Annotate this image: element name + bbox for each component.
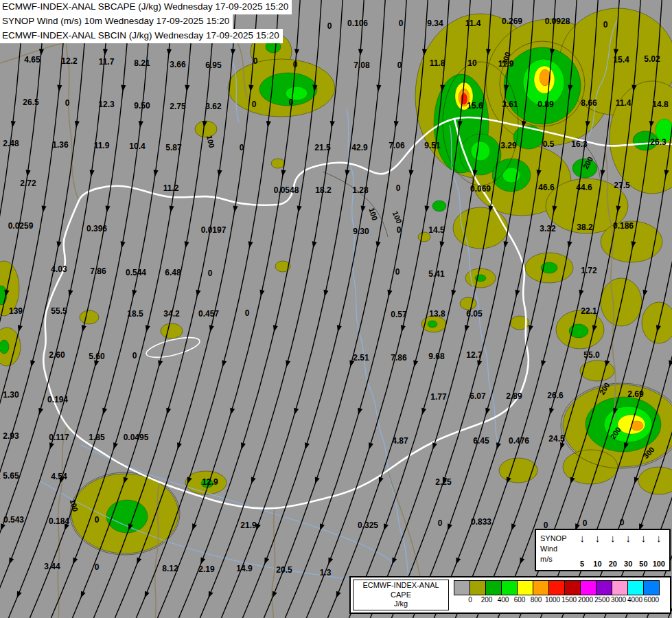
cape-colorbar: 0200400600800100015002000250030004000600… — [451, 577, 671, 613]
map-value: 0 — [620, 518, 625, 527]
title-line-sbcape: ECMWF-INDEX-ANAL SBCAPE (J/kg) Wednesday… — [0, 0, 292, 14]
cape-tick-label: 2000 — [577, 596, 594, 604]
map-value: 0.89 — [537, 100, 554, 109]
map-value: 0.186 — [613, 221, 634, 231]
map-value: 12.9 — [202, 477, 218, 487]
map-value: 0 — [253, 56, 258, 66]
map-value: 8.66 — [581, 98, 597, 108]
map-value: 0.194 — [47, 395, 68, 404]
map-value: 11.8 — [430, 58, 445, 68]
cape-tick-label: 1500 — [561, 596, 577, 604]
map-value: 3.44 — [44, 562, 60, 571]
map-value: 2.60 — [49, 350, 65, 360]
cape-color-cell — [596, 580, 612, 595]
map-value: 0.457 — [198, 309, 219, 319]
map-value: 0.543 — [3, 515, 24, 525]
map-value: 0.269 — [502, 16, 522, 26]
map-value: 5.87 — [165, 143, 182, 152]
map-value: 6.05 — [466, 309, 483, 319]
cape-tick-label: 2500 — [594, 596, 610, 604]
map-value: 0 — [399, 19, 404, 28]
map-value: 5.02 — [644, 54, 660, 64]
map-value: 21.5 — [314, 143, 331, 152]
map-value: 0.0197 — [201, 225, 227, 235]
map-value: 38.2 — [577, 222, 593, 232]
map-value: 4.87 — [392, 436, 408, 446]
map-value: 2.19 — [198, 564, 215, 574]
cape-colorbar-cells — [454, 580, 668, 595]
map-value: 11.9 — [94, 141, 110, 150]
map-value: 1.30 — [3, 390, 19, 400]
wind-speed-value: 50 — [636, 560, 651, 568]
wind-speed-arrow-icon: ↓ — [621, 533, 636, 543]
map-value: 7.06 — [389, 141, 405, 150]
map-value: 0.0548 — [274, 185, 299, 195]
cape-tick-label: 400 — [495, 596, 511, 604]
map-value: 34.2 — [163, 309, 180, 319]
map-value: 9.50 — [134, 101, 150, 111]
wind-speed-row: 510203050100 — [575, 560, 667, 568]
map-value: 42.9 — [351, 143, 368, 152]
map-value: 0.069 — [470, 184, 491, 194]
cape-tick-label: 600 — [511, 596, 528, 604]
map-value: 0 — [396, 183, 401, 193]
map-value: 26.3 — [650, 137, 667, 147]
cape-color-cell — [548, 580, 565, 595]
map-value: 0 — [438, 518, 443, 528]
title-line-wind: SYNOP Wind (m/s) 10m Wednesday 17-09-202… — [0, 14, 233, 29]
cape-color-cell — [643, 580, 660, 595]
cape-legend-unit: J/kg — [394, 599, 408, 609]
map-value: 0 — [95, 562, 100, 572]
map-value: 0 — [245, 308, 250, 318]
map-value: 1.36 — [52, 140, 69, 150]
cape-legend: ECMWF-INDEX-ANAL CAPE J/kg 0200400600800… — [349, 576, 671, 614]
map-value: 6.95 — [205, 60, 222, 70]
title-line-sbcin: ECMWF-INDEX-ANAL SBCIN (J/kg) Wednesday … — [0, 29, 283, 43]
wind-legend: SYNOP Wind m/s ↓↓↓↓↓↓ 510203050100 — [535, 529, 671, 571]
map-value: 3.61 — [502, 100, 518, 109]
cape-color-cell — [533, 580, 549, 595]
map-value: 0.5 — [543, 139, 555, 149]
map-value: 21.9 — [240, 520, 257, 530]
map-value: 2.72 — [20, 179, 36, 188]
map-value: 0 — [397, 225, 402, 235]
map-value: 26.5 — [23, 98, 39, 107]
cape-legend-subtitle: CAPE — [391, 591, 411, 600]
map-value: 1.28 — [352, 185, 369, 195]
map-value: 0.0495 — [124, 433, 149, 442]
cape-legend-title-box: ECMWF-INDEX-ANAL CAPE J/kg — [353, 580, 449, 610]
wind-legend-title: SYNOP — [540, 534, 575, 544]
map-value: 14.8 — [652, 100, 669, 109]
map-value: 14.5 — [428, 225, 445, 235]
cape-tick-label: 3000 — [610, 596, 627, 604]
map-value: 7.86 — [90, 266, 106, 276]
wind-legend-unit: m/s — [540, 554, 575, 564]
map-value: 7.08 — [354, 60, 370, 70]
map-value: 27.5 — [614, 181, 630, 190]
wind-legend-titles: SYNOP Wind m/s — [536, 530, 575, 570]
map-value: 3.66 — [170, 60, 186, 69]
map-title-box: ECMWF-INDEX-ANAL SBCAPE (J/kg) Wednesday… — [0, 0, 292, 43]
map-value: 13.8 — [429, 309, 445, 319]
map-value: 10.4 — [129, 141, 146, 151]
cape-tick-label: 6000 — [643, 596, 660, 604]
cape-legend-title: ECMWF-INDEX-ANAL — [362, 581, 439, 591]
map-value: 11.4 — [616, 98, 632, 108]
map-value: 1.77 — [430, 392, 447, 402]
map-value: 0.117 — [49, 433, 69, 442]
map-value: 26.6 — [547, 391, 564, 400]
map-value: 0.833 — [471, 517, 491, 527]
map-value: 2.75 — [170, 102, 186, 111]
wind-speed-arrow-icon: ↓ — [575, 533, 590, 543]
map-value: 0.544 — [126, 268, 146, 277]
map-value: 3.62 — [205, 102, 222, 111]
map-value: 3.32 — [540, 224, 556, 233]
map-value: 20.5 — [276, 565, 292, 575]
cape-tick-label: 4000 — [627, 596, 643, 604]
map-value: 14.9 — [236, 564, 253, 573]
weather-map-page: 00.10609.3411.40.2690.092804.6512.211.78… — [0, 0, 672, 618]
map-value: 0.0259 — [8, 221, 34, 231]
map-value: 11.7 — [99, 57, 115, 67]
wind-legend-scale: ↓↓↓↓↓↓ 510203050100 — [575, 530, 669, 570]
map-value: 46.6 — [538, 183, 555, 192]
